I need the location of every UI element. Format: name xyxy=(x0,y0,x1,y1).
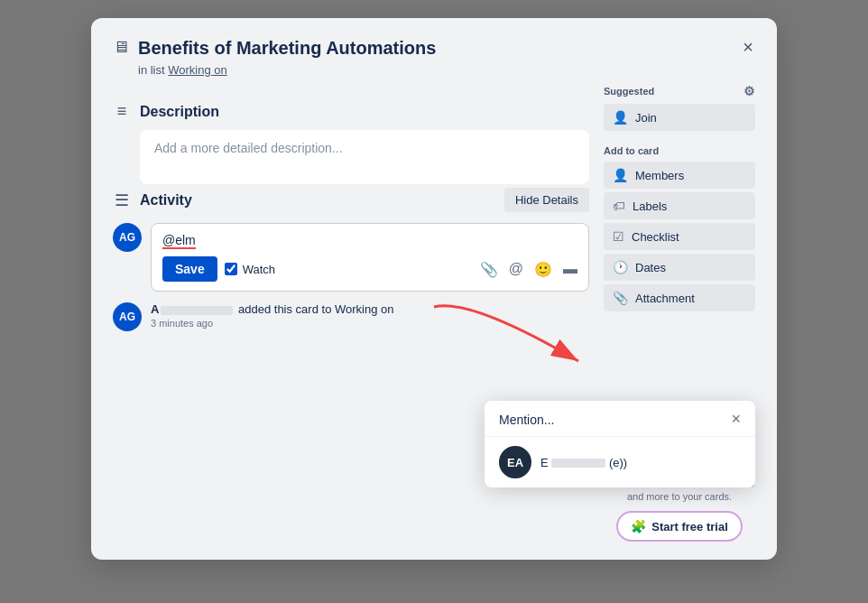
modal-subtitle: in list Working on xyxy=(138,63,755,77)
modal-title: Benefits of Marketing Automations xyxy=(138,36,755,60)
description-placeholder: Add a more detailed description... xyxy=(154,141,343,155)
members-label: Members xyxy=(635,169,684,182)
mention-user-initials: EA xyxy=(507,456,523,469)
modal-body: ≡ Description Add a more detailed descri… xyxy=(113,84,755,331)
members-icon: 👤 xyxy=(613,168,628,182)
activity-avatar: AG xyxy=(113,302,142,331)
dates-label: Dates xyxy=(635,261,666,274)
activity-header-left: ☰ Activity xyxy=(113,190,192,210)
activity-action: added this card to Working on xyxy=(238,302,393,316)
activity-user: A xyxy=(151,302,235,316)
card-type-icon: 🖥 xyxy=(113,38,129,57)
mention-popup: Mention... × EA E (e)) xyxy=(485,401,755,487)
modal-header: 🖥 Benefits of Marketing Automations in l… xyxy=(113,36,755,77)
paperclip-icon[interactable]: 📎 xyxy=(480,261,498,278)
activity-icon: ☰ xyxy=(113,190,131,210)
mention-first-initial: E xyxy=(540,456,549,469)
watch-text: Watch xyxy=(243,263,275,276)
avatar-initials: AG xyxy=(119,231,135,244)
description-icon: ≡ xyxy=(113,102,131,121)
labels-button[interactable]: 🏷 Labels xyxy=(604,192,755,219)
mention-popup-title: Mention... xyxy=(499,413,554,427)
subtitle-prefix: in list xyxy=(138,63,165,77)
join-button[interactable]: 👤 Join xyxy=(604,104,755,131)
upgrade-btn-label: Start free trial xyxy=(651,520,728,533)
watch-label[interactable]: Watch xyxy=(225,263,275,276)
add-to-card-title: Add to card xyxy=(604,145,755,156)
suggested-label: Suggested xyxy=(604,86,654,97)
suggested-section-title: Suggested ⚙ xyxy=(604,84,755,98)
mention-email-suffix: ) xyxy=(619,456,623,469)
attachment-label: Attachment xyxy=(635,292,695,305)
attachment-button[interactable]: 📎 Attachment xyxy=(604,284,755,311)
dates-button[interactable]: 🕐 Dates xyxy=(604,254,755,281)
activity-log-text: A added this card to Working on xyxy=(151,302,394,316)
activity-section: ☰ Activity Hide Details AG @elm xyxy=(113,188,589,331)
card-icon[interactable]: ▬ xyxy=(563,261,577,278)
dates-icon: 🕐 xyxy=(613,260,628,274)
comment-toolbar: Save Watch 📎 @ 🙂 ▬ xyxy=(162,256,577,282)
members-button[interactable]: 👤 Members xyxy=(604,162,755,189)
emoji-icon[interactable]: 🙂 xyxy=(534,261,552,278)
toolbar-icons: 📎 @ 🙂 ▬ xyxy=(480,261,577,278)
checklist-button[interactable]: ☑ Checklist xyxy=(604,223,755,250)
activity-input-row: AG @elm Save Watch xyxy=(113,223,589,292)
mention-name-redacted xyxy=(551,459,605,468)
close-button[interactable]: × xyxy=(734,32,762,61)
labels-icon: 🏷 xyxy=(613,199,625,213)
list-link[interactable]: Working on xyxy=(168,63,227,77)
activity-header: ☰ Activity Hide Details xyxy=(113,188,589,212)
comment-box: @elm Save Watch 📎 @ xyxy=(151,223,589,292)
description-header: ≡ Description xyxy=(113,102,589,121)
join-label: Join xyxy=(635,111,657,125)
checklist-label: Checklist xyxy=(632,230,679,244)
comment-text: @elm xyxy=(162,233,577,249)
modal-main: ≡ Description Add a more detailed descri… xyxy=(113,84,589,331)
join-icon: 👤 xyxy=(613,110,628,125)
mention-user-avatar: EA xyxy=(499,446,531,478)
modal-overlay: 🖥 Benefits of Marketing Automations in l… xyxy=(0,0,868,603)
activity-log-item: AG A added this card to Working on 3 min… xyxy=(113,302,589,331)
user-avatar: AG xyxy=(113,223,142,252)
modal-sidebar: Suggested ⚙ 👤 Join Add to card 👤 Members… xyxy=(604,84,755,331)
mention-popup-close-button[interactable]: × xyxy=(731,410,741,429)
start-free-trial-button[interactable]: 🧩 Start free trial xyxy=(616,511,743,542)
checklist-icon: ☑ xyxy=(613,229,624,244)
upgrade-icon: 🧩 xyxy=(631,519,646,533)
mention-popup-header: Mention... × xyxy=(485,401,755,437)
modal-title-area: Benefits of Marketing Automations in lis… xyxy=(138,36,755,77)
description-area[interactable]: Add a more detailed description... xyxy=(140,130,589,184)
save-button[interactable]: Save xyxy=(162,256,217,282)
card-modal: 🖥 Benefits of Marketing Automations in l… xyxy=(91,18,777,560)
mention-user-name: E (e)) xyxy=(540,456,627,469)
mention-text: @elm xyxy=(162,233,196,249)
activity-title: Activity xyxy=(140,192,192,209)
at-icon[interactable]: @ xyxy=(509,261,523,278)
description-title: Description xyxy=(140,104,219,120)
hide-details-button[interactable]: Hide Details xyxy=(504,188,589,212)
activity-time: 3 minutes ago xyxy=(151,318,394,329)
attachment-icon: 📎 xyxy=(613,291,628,305)
activity-avatar-initials: AG xyxy=(119,311,135,323)
labels-label: Labels xyxy=(633,199,667,213)
watch-checkbox[interactable] xyxy=(225,263,237,275)
gear-icon[interactable]: ⚙ xyxy=(743,84,755,98)
mention-user-info: E (e)) xyxy=(540,456,627,469)
activity-log-content: A added this card to Working on 3 minute… xyxy=(151,302,394,329)
mention-list-item[interactable]: EA E (e)) xyxy=(485,437,755,487)
